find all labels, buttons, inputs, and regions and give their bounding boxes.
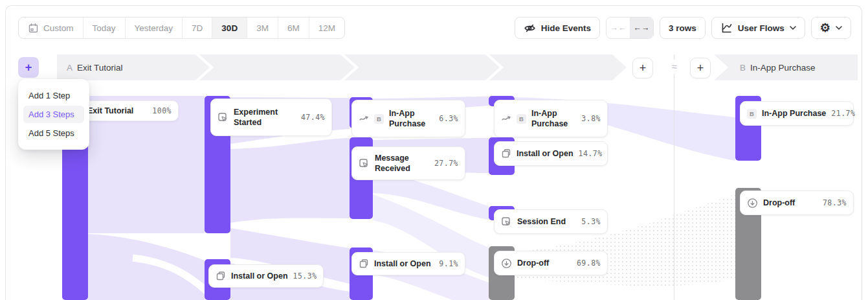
gear-icon: ⚙ [820, 22, 830, 34]
date-range-picker: Custom Today Yesterday 7D 30D 3M 6M 12M [18, 17, 345, 39]
dropoff-arrow-icon [501, 258, 512, 269]
approx-separator: ≈ [666, 60, 682, 74]
node-label: In-App Purchase [389, 108, 434, 130]
metric-badge-b: B [747, 109, 757, 119]
node-label: Experiment Started [234, 107, 296, 128]
node-value: 27.7% [434, 159, 458, 168]
hide-events-button[interactable]: Hide Events [515, 17, 600, 39]
node-label: Install or Open [374, 259, 434, 269]
revenue-arrow-icon [501, 113, 511, 124]
date-option-7d[interactable]: 7D [183, 17, 212, 38]
menu-item-add-5-steps[interactable]: Add 5 Steps [23, 124, 84, 142]
date-option-label: 30D [221, 23, 238, 33]
node-label: Message Received [375, 153, 429, 174]
add-step-menu: Add 1 Step Add 3 Steps Add 5 Steps [18, 79, 89, 150]
node-label: Exit Tutorial [87, 106, 147, 116]
eye-off-icon [524, 22, 536, 34]
overlap-squares-icon [359, 259, 369, 269]
node-value: 78.3% [823, 198, 847, 207]
dropoff-arrow-icon [747, 198, 758, 209]
node-value: 14.7% [579, 149, 603, 158]
flow-node-install-or-open-step3[interactable]: Install or Open 9.1% [351, 252, 465, 275]
node-value: 69.8% [577, 259, 601, 268]
step-badge-b: B [740, 63, 746, 73]
step-label: Exit Tutorial [77, 63, 123, 73]
revenue-arrow-icon [359, 113, 369, 124]
date-option-label: Custom [43, 23, 74, 33]
collapse-columns-button[interactable]: →← [606, 17, 630, 38]
node-label: Session End [517, 216, 576, 227]
metric-badge-b: B [374, 114, 384, 124]
chevron-down-icon [790, 26, 796, 30]
date-option-3m[interactable]: 3M [247, 17, 278, 38]
date-option-6m[interactable]: 6M [278, 17, 309, 38]
calendar-icon [28, 23, 39, 34]
settings-button[interactable]: ⚙ [811, 17, 851, 39]
date-option-30d[interactable]: 30D [212, 17, 247, 38]
node-label: In-App Purchase [531, 108, 576, 130]
flow-node-experiment-started[interactable]: Experiment Started 47.4% [210, 98, 332, 136]
node-label: Install or Open [231, 271, 288, 281]
flow-node-in-app-purchase-right[interactable]: B In-App Purchase 21.7% [740, 101, 854, 126]
flow-node-dropoff-right[interactable]: Drop-off 78.3% [740, 190, 854, 215]
node-value: 6.3% [439, 114, 458, 123]
add-step-right-flow-button[interactable]: + [690, 58, 711, 78]
node-value: 15.3% [293, 271, 317, 281]
node-label: Drop-off [517, 258, 572, 268]
view-selector-button[interactable]: User Flows [711, 17, 805, 39]
date-option-label: Yesterday [135, 23, 173, 33]
node-value: 21.7% [831, 109, 855, 118]
rows-button[interactable]: 3 rows [660, 17, 706, 39]
overlap-squares-icon [501, 148, 511, 159]
menu-item-add-1-step[interactable]: Add 1 Step [23, 87, 84, 104]
node-value: 3.8% [581, 114, 601, 123]
node-value: 5.3% [581, 217, 601, 226]
step-header-right[interactable]: B In-App Purchase [740, 54, 816, 80]
flow-node-install-or-open-step2[interactable]: Install or Open 15.3% [208, 264, 324, 288]
node-label: Install or Open [517, 148, 573, 159]
view-selector-label: User Flows [738, 23, 785, 33]
node-value: 9.1% [439, 259, 458, 268]
flow-node-session-end[interactable]: Session End 5.3% [494, 209, 608, 234]
date-option-yesterday[interactable]: Yesterday [126, 17, 183, 38]
date-option-label: 6M [287, 23, 300, 33]
flow-node-install-or-open-step4[interactable]: Install or Open 14.7% [494, 141, 608, 166]
flow-node-in-app-purchase-step3[interactable]: B In-App Purchase 6.3% [351, 100, 465, 137]
rows-label: 3 rows [669, 23, 696, 33]
event-icon [217, 112, 228, 123]
step-header-band [57, 54, 860, 80]
date-option-custom[interactable]: Custom [19, 17, 83, 38]
event-icon [359, 158, 370, 169]
date-option-label: 12M [318, 23, 335, 33]
metric-badge-b: B [517, 114, 526, 124]
flow-node-dropoff-step4[interactable]: Drop-off 69.8% [494, 251, 608, 275]
date-option-today[interactable]: Today [83, 17, 126, 38]
flow-divider [674, 54, 674, 300]
date-option-12m[interactable]: 12M [309, 17, 344, 38]
node-value: 47.4% [301, 113, 325, 122]
chevron-down-icon [836, 26, 842, 30]
expand-columns-button[interactable]: ←→ [630, 17, 653, 38]
hide-events-label: Hide Events [541, 23, 591, 33]
date-option-label: 3M [256, 23, 269, 33]
event-icon [501, 216, 512, 227]
flow-node-message-received[interactable]: Message Received 27.7% [351, 146, 465, 180]
step-header-left[interactable]: A Exit Tutorial [67, 54, 123, 80]
flow-chart-icon [720, 22, 733, 34]
menu-item-add-3-steps[interactable]: Add 3 Steps [23, 106, 84, 123]
node-label: In-App Purchase [762, 108, 826, 119]
date-option-label: Today [93, 23, 116, 33]
node-label: Drop-off [763, 198, 818, 208]
add-step-trigger-button[interactable]: + [18, 57, 39, 78]
flow-node-in-app-purchase-step4[interactable]: B In-App Purchase 3.8% [494, 100, 608, 137]
step-label: In-App Purchase [750, 63, 816, 73]
node-value: 100% [152, 106, 172, 115]
add-step-left-flow-button[interactable]: + [632, 58, 653, 78]
overlap-squares-icon [216, 271, 226, 281]
step-badge-a: A [67, 63, 72, 73]
collapse-expand-toggle: →← ←→ [606, 17, 654, 39]
toolbar-right: Hide Events →← ←→ 3 rows User Flows ⚙ [515, 17, 851, 39]
date-option-label: 7D [192, 23, 203, 33]
